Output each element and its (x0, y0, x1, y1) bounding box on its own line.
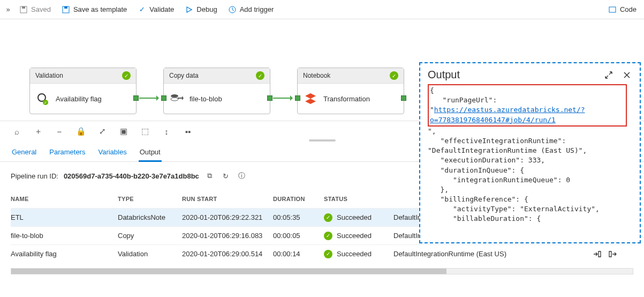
add-trigger-label: Add trigger (240, 5, 274, 13)
input-icon[interactable] (592, 249, 602, 259)
validation-icon: ✓ (35, 91, 50, 106)
align-icon[interactable]: ▪▪ (182, 125, 194, 137)
fullscreen-icon[interactable]: ▣ (118, 125, 130, 137)
debug-label: Debug (196, 5, 217, 13)
lock-icon[interactable]: 🔒 (75, 125, 87, 137)
horizontal-scrollbar[interactable] (11, 268, 633, 274)
svg-rect-8 (609, 7, 616, 12)
svg-line-7 (232, 10, 234, 11)
code-icon (608, 5, 617, 14)
play-icon (185, 5, 193, 14)
copy-icon[interactable]: ⧉ (204, 170, 215, 181)
validate-label: Validate (149, 5, 174, 13)
check-icon: ✓ (138, 5, 146, 14)
cell-name: file-to-blob (11, 232, 118, 240)
cell-runstart: 2020-01-20T06:29:22.321 (182, 213, 273, 221)
save-template-icon (62, 5, 70, 14)
layout-icon[interactable]: ↕ (161, 125, 172, 137)
save-template-button[interactable]: Save as template (57, 3, 131, 16)
col-runstart: RUN START (182, 196, 273, 202)
tab-parameters[interactable]: Parameters (48, 145, 86, 161)
success-icon: ✓ (256, 71, 264, 80)
cell-runstart: 2020-01-20T06:29:16.083 (182, 232, 273, 240)
cell-type: Validation (118, 250, 182, 258)
trigger-icon (228, 5, 237, 14)
cell-status: ✓Succeeded (324, 250, 393, 258)
select-icon[interactable]: ⬚ (139, 125, 151, 137)
databricks-icon (303, 91, 318, 106)
node-copy[interactable]: Copy data✓ file-to-blob (163, 68, 270, 114)
code-label: Code (620, 5, 637, 13)
cell-status: ✓Succeeded (324, 213, 393, 222)
saved-indicator: Saved (15, 3, 55, 16)
cell-status: ✓Succeeded (324, 232, 393, 240)
expand-icon[interactable]: » (3, 5, 13, 13)
output-icon[interactable] (608, 249, 618, 259)
save-icon (19, 5, 28, 14)
info-icon[interactable]: ⓘ (237, 170, 247, 181)
output-panel: Output { "runPageUrl": "https://eastus.a… (419, 62, 641, 243)
node-name: Availability flag (56, 95, 102, 103)
output-title: Output (428, 69, 460, 81)
col-duration: DURATION (273, 196, 324, 202)
cell-name: ETL (11, 213, 118, 221)
run-id-label: Pipeline run ID: (11, 172, 58, 180)
col-name: NAME (11, 196, 118, 202)
fit-icon[interactable]: ⤢ (96, 125, 108, 137)
save-template-label: Save as template (73, 5, 127, 13)
search-icon[interactable]: ⌕ (11, 125, 22, 137)
node-kind: Notebook (303, 72, 330, 79)
node-name: Transformation (323, 95, 370, 103)
close-icon[interactable] (622, 70, 632, 80)
cell-duration: 00:05:35 (273, 213, 324, 221)
col-type: TYPE (118, 196, 182, 202)
svg-point-14 (171, 98, 178, 101)
svg-point-13 (171, 94, 178, 98)
add-trigger-button[interactable]: Add trigger (224, 3, 278, 16)
table-row[interactable]: Availability flagValidation2020-01-20T06… (11, 244, 633, 263)
cell-runtime: DefaultIntegrationRuntime (East US) (393, 250, 543, 258)
code-button[interactable]: Code (604, 3, 641, 16)
zoom-out-icon[interactable]: − (54, 125, 65, 137)
saved-label: Saved (31, 5, 51, 13)
cell-name: Availability flag (11, 250, 118, 258)
refresh-icon[interactable]: ↻ (221, 170, 231, 181)
success-icon: ✓ (122, 71, 131, 80)
cell-duration: 00:00:05 (273, 232, 324, 240)
svg-text:✓: ✓ (44, 101, 47, 105)
top-toolbar: » Saved Save as template ✓ Validate Debu… (0, 0, 644, 19)
tab-general[interactable]: General (11, 145, 37, 161)
zoom-in-icon[interactable]: ＋ (32, 125, 44, 137)
success-icon: ✓ (390, 71, 398, 80)
node-name: file-to-blob (190, 95, 222, 103)
node-kind: Copy data (169, 72, 199, 79)
svg-rect-1 (22, 6, 25, 9)
svg-marker-15 (305, 93, 316, 99)
run-id-value: 020569d7-a735-440b-b220-3e7e7a1db8bc (64, 172, 199, 180)
node-notebook[interactable]: Notebook✓ Transformation (297, 68, 404, 114)
validate-button[interactable]: ✓ Validate (133, 3, 178, 16)
tab-output[interactable]: Output (139, 145, 162, 161)
copy-icon (169, 91, 184, 106)
cell-type: DatabricksNote (118, 213, 182, 221)
col-status: STATUS (324, 196, 393, 202)
svg-rect-3 (64, 6, 67, 9)
output-json[interactable]: { "runPageUrl": "https://eastus.azuredat… (428, 84, 632, 224)
cell-type: Copy (118, 232, 182, 240)
node-validation[interactable]: Validation✓ ✓Availability flag (29, 68, 137, 114)
svg-marker-4 (187, 7, 192, 12)
cell-runstart: 2020-01-20T06:29:00.514 (182, 250, 273, 258)
node-kind: Validation (35, 72, 63, 79)
run-page-url-link[interactable]: https://eastus.azuredatabricks.net/?o=77… (430, 106, 585, 123)
cell-duration: 00:00:14 (273, 250, 324, 258)
debug-button[interactable]: Debug (180, 3, 221, 16)
tab-variables[interactable]: Variables (97, 145, 127, 161)
expand-icon[interactable] (603, 70, 614, 80)
svg-marker-16 (305, 99, 316, 104)
